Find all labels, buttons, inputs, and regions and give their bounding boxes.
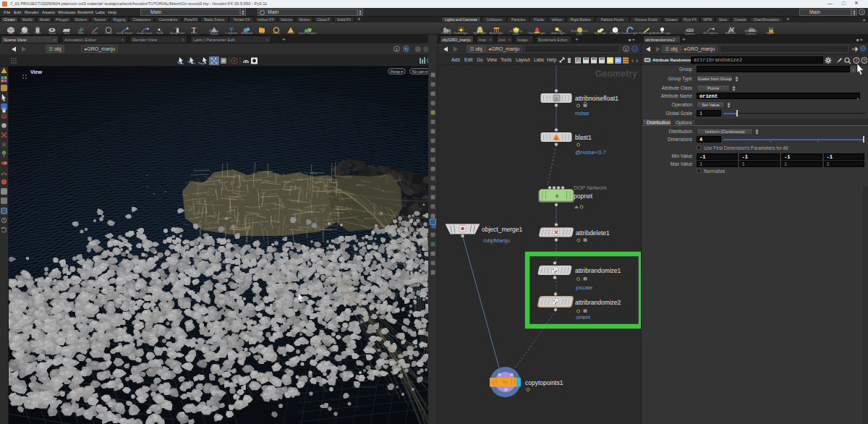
svg-text:/obj/Manju: /obj/Manju [483, 237, 510, 244]
svg-text:♬: ♬ [554, 96, 559, 101]
svg-text:attribdelete1: attribdelete1 [576, 229, 610, 237]
svg-text:@noise<0.7: @noise<0.7 [575, 149, 607, 156]
svg-text:i: i [856, 58, 857, 63]
svg-text:noise: noise [575, 110, 590, 116]
svg-text:?: ? [863, 59, 866, 63]
svg-text:DOP Network: DOP Network [574, 185, 607, 191]
svg-text:›: › [636, 57, 638, 64]
svg-text:⚜: ⚜ [554, 193, 559, 200]
svg-text:attribrandomize1: attribrandomize1 [575, 267, 621, 274]
svg-text:orient: orient [576, 314, 591, 321]
svg-text:attribnoisefloat1: attribnoisefloat1 [575, 95, 618, 102]
svg-text:copytopoints1: copytopoints1 [525, 379, 563, 386]
svg-text:attribrandomize2: attribrandomize2 [575, 299, 621, 306]
svg-text:popnet: popnet [574, 192, 593, 200]
svg-text:pscale: pscale [576, 284, 593, 291]
svg-text:blast1: blast1 [575, 134, 592, 141]
svg-text:Geometry: Geometry [595, 69, 637, 79]
svg-text:object_merge1: object_merge1 [482, 226, 523, 233]
svg-text:‹: ‹ [631, 57, 634, 64]
